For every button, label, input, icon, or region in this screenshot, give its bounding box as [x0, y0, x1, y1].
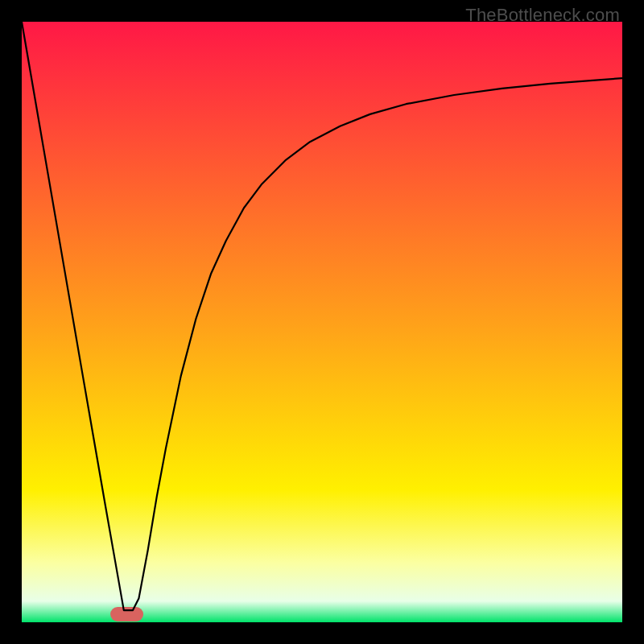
gradient-background — [22, 22, 622, 622]
target-marker — [110, 607, 143, 621]
watermark-text: TheBottleneck.com — [465, 5, 620, 26]
plot-area — [22, 22, 622, 622]
chart-frame: TheBottleneck.com — [0, 0, 644, 644]
chart-svg — [22, 22, 622, 622]
